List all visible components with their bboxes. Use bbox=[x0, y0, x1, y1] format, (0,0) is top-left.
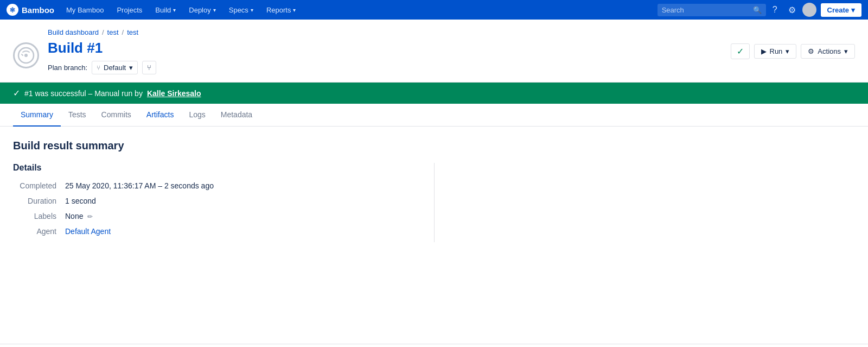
brand-logo[interactable]: ⚛ Bamboo bbox=[7, 4, 54, 16]
avatar[interactable] bbox=[802, 3, 816, 17]
detail-label-completed: Completed bbox=[13, 181, 56, 190]
run-button[interactable]: ▶ Run ▾ bbox=[754, 44, 797, 59]
edit-labels-icon[interactable]: ✏ bbox=[87, 213, 93, 220]
detail-value-agent[interactable]: Default Agent bbox=[65, 227, 111, 236]
tabs-bar: Summary Tests Commits Artifacts Logs Met… bbox=[0, 104, 868, 127]
build-title-area: Build dashboard / test / test Build #1 P… bbox=[48, 28, 722, 82]
actions-dropdown-icon: ▾ bbox=[844, 47, 848, 55]
nav-item-my-bamboo[interactable]: My Bamboo bbox=[61, 3, 109, 17]
detail-value-completed: 25 May 2020, 11:36:17 AM – 2 seconds ago bbox=[65, 181, 214, 190]
breadcrumb-sep-1: / bbox=[102, 28, 104, 36]
detail-labels: Labels None ✏ bbox=[13, 212, 421, 220]
details-right bbox=[435, 163, 856, 242]
detail-label-agent: Agent bbox=[13, 227, 56, 236]
branch-selector[interactable]: ⑂ Default ▾ bbox=[92, 61, 138, 74]
status-check-box: ✓ bbox=[731, 43, 750, 59]
build-title: Build #1 bbox=[48, 40, 722, 56]
branch-chevron-icon: ▾ bbox=[129, 64, 133, 72]
specs-dropdown-icon: ▾ bbox=[251, 7, 253, 13]
actions-gear-icon: ⚙ bbox=[808, 47, 814, 55]
plan-branch-row: Plan branch: ⑂ Default ▾ ⑂ bbox=[48, 61, 722, 74]
branch-manage-icon: ⑂ bbox=[147, 64, 151, 72]
settings-icon[interactable]: ⚙ bbox=[784, 3, 800, 17]
details-left: Details Completed 25 May 2020, 11:36:17 … bbox=[13, 163, 435, 242]
tab-summary[interactable]: Summary bbox=[13, 104, 61, 127]
create-button[interactable]: Create ▾ bbox=[821, 3, 861, 17]
breadcrumb-test-2[interactable]: test bbox=[127, 28, 138, 36]
success-check-icon: ✓ bbox=[737, 46, 744, 56]
breadcrumb-sep-2: / bbox=[122, 28, 124, 36]
detail-duration: Duration 1 second bbox=[13, 197, 421, 205]
success-banner: ✓ #1 was successful – Manual run by Kall… bbox=[0, 83, 868, 104]
search-icon: 🔍 bbox=[753, 6, 762, 14]
tab-metadata[interactable]: Metadata bbox=[213, 104, 260, 127]
detail-label-duration: Duration bbox=[13, 197, 56, 205]
tab-commits[interactable]: Commits bbox=[94, 104, 139, 127]
svg-point-1 bbox=[24, 54, 28, 57]
page-header: Build dashboard / test / test Build #1 P… bbox=[0, 20, 868, 83]
detail-agent: Agent Default Agent bbox=[13, 227, 421, 236]
details-title: Details bbox=[13, 163, 421, 173]
banner-user-link[interactable]: Kalle Sirkesalo bbox=[147, 89, 201, 98]
brand-icon: ⚛ bbox=[7, 4, 18, 16]
detail-value-duration: 1 second bbox=[65, 197, 96, 205]
search-input[interactable] bbox=[662, 6, 750, 14]
create-dropdown-icon: ▾ bbox=[851, 6, 855, 14]
branch-manage-button[interactable]: ⑂ bbox=[142, 61, 156, 74]
build-status-icon bbox=[13, 42, 39, 68]
branch-icon: ⑂ bbox=[97, 64, 100, 72]
banner-message: #1 was successful – Manual run by bbox=[24, 89, 143, 98]
banner-check-icon: ✓ bbox=[13, 88, 20, 98]
actions-button[interactable]: ⚙ Actions ▾ bbox=[801, 44, 855, 59]
breadcrumb: Build dashboard / test / test bbox=[48, 28, 722, 36]
deploy-dropdown-icon: ▾ bbox=[213, 7, 216, 13]
help-icon[interactable]: ? bbox=[768, 3, 782, 17]
detail-label-labels: Labels bbox=[13, 212, 56, 220]
breadcrumb-build-dashboard[interactable]: Build dashboard bbox=[48, 28, 99, 36]
main-content: Build result summary Details Completed 2… bbox=[0, 127, 868, 344]
plan-branch-label: Plan branch: bbox=[48, 64, 87, 72]
branch-name: Default bbox=[104, 64, 126, 72]
nav-item-build[interactable]: Build ▾ bbox=[150, 3, 181, 17]
nav-item-projects[interactable]: Projects bbox=[111, 3, 148, 17]
breadcrumb-test-1[interactable]: test bbox=[107, 28, 119, 36]
section-title: Build result summary bbox=[13, 140, 855, 152]
run-play-icon: ▶ bbox=[761, 47, 767, 55]
search-box[interactable]: 🔍 bbox=[658, 4, 766, 16]
brand-name: Bamboo bbox=[22, 5, 54, 15]
reports-dropdown-icon: ▾ bbox=[293, 7, 296, 13]
nav-item-deploy[interactable]: Deploy ▾ bbox=[183, 3, 221, 17]
tab-artifacts[interactable]: Artifacts bbox=[139, 104, 182, 127]
header-actions: ✓ ▶ Run ▾ ⚙ Actions ▾ bbox=[731, 43, 856, 59]
comment-area bbox=[0, 344, 868, 347]
detail-value-labels: None ✏ bbox=[65, 212, 93, 220]
nav-item-reports[interactable]: Reports ▾ bbox=[261, 3, 302, 17]
detail-completed: Completed 25 May 2020, 11:36:17 AM – 2 s… bbox=[13, 181, 421, 190]
tab-tests[interactable]: Tests bbox=[61, 104, 94, 127]
build-dropdown-icon: ▾ bbox=[173, 7, 176, 13]
navbar: ⚛ Bamboo My Bamboo Projects Build ▾ Depl… bbox=[0, 0, 868, 20]
tab-logs[interactable]: Logs bbox=[181, 104, 213, 127]
details-layout: Details Completed 25 May 2020, 11:36:17 … bbox=[13, 163, 855, 242]
run-dropdown-icon: ▾ bbox=[786, 47, 789, 55]
nav-item-specs[interactable]: Specs ▾ bbox=[224, 3, 259, 17]
